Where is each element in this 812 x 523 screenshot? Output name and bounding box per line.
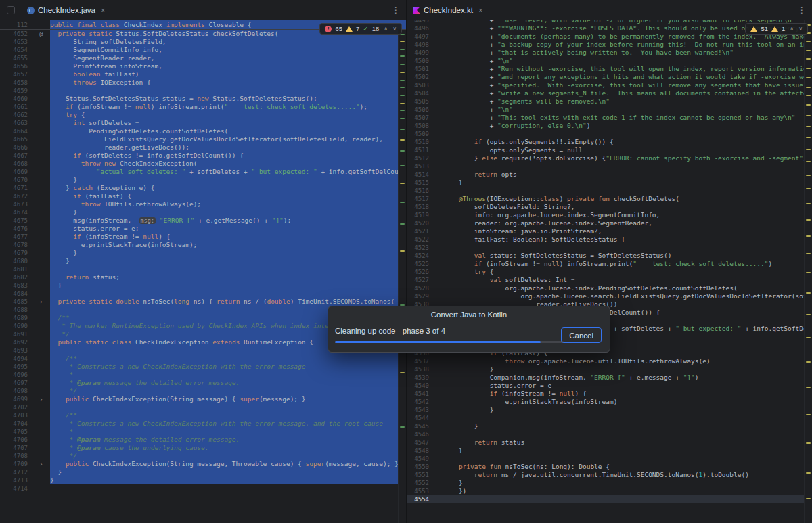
code-line[interactable]: 4674 } xyxy=(0,208,398,217)
stripe-ok-mark[interactable] xyxy=(400,165,405,166)
code-text[interactable]: @Throws(IOException::class) private fun … xyxy=(443,195,804,203)
code-line[interactable]: 4544 xyxy=(407,414,804,422)
code-line[interactable]: 4551 return ns / java.util.concurrent.Ti… xyxy=(407,471,804,479)
stripe-warning-mark[interactable] xyxy=(806,104,811,106)
code-text[interactable]: * Constructs a new CheckIndexException w… xyxy=(50,363,398,371)
code-text[interactable]: val status: SoftDeletesStatus = SoftDele… xyxy=(443,252,804,260)
chevron-up-icon[interactable]: ∧ xyxy=(790,26,794,32)
code-text[interactable]: boolean failFast) xyxy=(50,70,398,78)
code-line[interactable]: 4660 Status.SoftDeletesStatus status = n… xyxy=(0,95,398,103)
code-text[interactable]: PrintStream infoStream, xyxy=(50,62,398,70)
code-line[interactable]: 4511 opts.onlySegments = null xyxy=(407,146,804,154)
code-line[interactable]: 4516 xyxy=(407,187,804,195)
code-text[interactable]: status.error = e xyxy=(443,382,804,390)
code-line[interactable]: 4675 msg(infoStream, msg: "ERROR [" + e.… xyxy=(0,217,398,225)
code-text[interactable]: /** xyxy=(50,355,398,363)
stripe-warning-mark[interactable] xyxy=(806,68,811,69)
code-line[interactable]: 4527 val softDeletes: Int = xyxy=(407,276,804,284)
stripe-warning-mark[interactable] xyxy=(400,250,405,252)
code-line[interactable]: 4508 + "corruption, else 0.\n") xyxy=(407,122,804,130)
code-line[interactable]: 4543 } xyxy=(407,406,804,414)
code-line[interactable]: 4513 xyxy=(407,162,804,170)
code-text[interactable]: try { xyxy=(50,111,398,119)
code-text[interactable] xyxy=(443,430,804,438)
tab-checkindex-java[interactable]: C CheckIndex.java × xyxy=(20,0,112,20)
code-text[interactable]: info: org.apache.lucene.index.SegmentCom… xyxy=(443,211,804,219)
stripe-warning-mark[interactable] xyxy=(806,175,811,176)
code-line[interactable]: 4496 + "**WARNING**: -exorcise *LOSES DA… xyxy=(407,24,804,32)
code-line[interactable]: 4552 } xyxy=(407,479,804,487)
code-line[interactable]: 4705 * xyxy=(0,428,398,436)
fold-arrow-icon[interactable]: › xyxy=(32,395,50,403)
stripe-warning-mark[interactable] xyxy=(400,139,405,141)
code-line[interactable]: 4498 + "a backup copy of your index befo… xyxy=(407,41,804,49)
code-line[interactable]: 4666 reader.getLiveDocs()); xyxy=(0,143,398,152)
code-line[interactable]: 4526 try { xyxy=(407,268,804,276)
stripe-warning-mark[interactable] xyxy=(806,272,811,273)
stripe-warning-mark[interactable] xyxy=(806,361,811,363)
code-text[interactable] xyxy=(443,130,804,138)
code-text[interactable]: + "This tool exits with exit code 1 if t… xyxy=(443,114,804,122)
code-text[interactable]: }) xyxy=(443,487,804,495)
stripe-ok-mark[interactable] xyxy=(400,150,405,152)
code-text[interactable]: FieldExistsQuery.getDocValuesDocIdSetIte… xyxy=(50,135,398,143)
code-line[interactable]: 4507 + "This tool exits with exit code 1… xyxy=(407,114,804,122)
code-line[interactable]: 4538 } xyxy=(407,365,804,373)
code-line[interactable]: 4702 xyxy=(0,403,398,411)
code-text[interactable]: + "\n" xyxy=(443,106,804,114)
code-line[interactable]: 4712 } xyxy=(0,468,398,476)
inspections-widget[interactable]: ! 65 7 ✓ 18 ∧ ∨ xyxy=(319,23,402,35)
code-text[interactable]: } xyxy=(50,257,398,265)
code-line[interactable]: 4509 xyxy=(407,130,804,138)
stripe-warning-mark[interactable] xyxy=(806,219,811,221)
code-text[interactable]: if (infoStream != null) infoStream.print… xyxy=(50,103,398,111)
stripe-warning-mark[interactable] xyxy=(806,149,811,150)
code-text[interactable]: + "write a new segments_N file. This mea… xyxy=(443,89,804,97)
stripe-warning-mark[interactable] xyxy=(806,50,811,51)
code-line[interactable]: 4677 if (infoStream != null) { xyxy=(0,233,398,241)
code-line[interactable]: 4525 if (infoStream != null) infoStream.… xyxy=(407,260,804,268)
more-options-icon[interactable]: ⋮ xyxy=(392,5,400,15)
code-text[interactable]: PendingSoftDeletes.countSoftDeletes( xyxy=(50,127,398,135)
stripe-ok-mark[interactable] xyxy=(400,87,405,88)
code-line[interactable]: 4654 SegmentCommitInfo info, xyxy=(0,46,398,54)
code-text[interactable]: reader: org.apache.lucene.index.SegmentR… xyxy=(443,219,804,227)
code-text[interactable]: * xyxy=(50,428,398,436)
code-text[interactable]: /** xyxy=(50,411,398,419)
code-text[interactable]: SegmentReader reader, xyxy=(50,54,398,62)
code-text[interactable]: reader.getLiveDocs()); xyxy=(50,143,398,152)
code-text[interactable]: org.apache.lucene.index.PendingSoftDelet… xyxy=(443,284,804,292)
stripe-ok-mark[interactable] xyxy=(400,80,405,81)
code-text[interactable]: public CheckIndexException(String messag… xyxy=(50,395,398,403)
stripe-ok-mark[interactable] xyxy=(400,426,405,428)
code-text[interactable]: throw org.apache.lucene.util.IOUtils.ret… xyxy=(443,357,804,365)
code-line[interactable]: 4698 */ xyxy=(0,387,398,395)
code-text[interactable]: e.printStackTrace(infoStream) xyxy=(443,398,804,406)
code-line[interactable]: 4713} xyxy=(0,476,398,484)
stripe-warning-mark[interactable] xyxy=(806,137,811,138)
code-line[interactable]: 4506 + "\n" xyxy=(407,106,804,114)
code-line[interactable]: 4673 throw IOUtils.rethrowAlways(e); xyxy=(0,200,398,208)
code-text[interactable]: throw IOUtils.rethrowAlways(e); xyxy=(50,200,398,208)
code-text[interactable]: SegmentCommitInfo info, xyxy=(50,46,398,54)
code-text[interactable]: if (softDeletes != info.getSoftDelCount(… xyxy=(50,152,398,160)
code-text[interactable]: } xyxy=(50,176,398,184)
code-text[interactable]: } xyxy=(443,479,804,487)
code-line[interactable]: 4547 return status xyxy=(407,438,804,447)
code-line[interactable]: 4549 xyxy=(407,455,804,463)
code-text[interactable]: softDeletesField: String?, xyxy=(443,203,804,211)
code-line[interactable]: 4523 xyxy=(407,244,804,252)
code-line[interactable]: 4540 status.error = e xyxy=(407,382,804,390)
code-text[interactable]: String softDeletesField, xyxy=(50,38,398,46)
stripe-warning-mark[interactable] xyxy=(806,292,811,294)
stripe-warning-mark[interactable] xyxy=(806,235,811,237)
code-text[interactable]: * @param message the detailed error mess… xyxy=(50,379,398,387)
code-text[interactable]: try { xyxy=(443,268,804,276)
code-text[interactable]: Companion.msg(infoStream, "ERROR [" + e.… xyxy=(443,373,804,382)
code-line[interactable]: 4539 Companion.msg(infoStream, "ERROR ["… xyxy=(407,373,804,382)
stripe-warning-mark[interactable] xyxy=(400,372,405,373)
stripe-warning-mark[interactable] xyxy=(806,387,811,388)
stripe-warning-mark[interactable] xyxy=(806,41,811,42)
code-line[interactable]: 4680 } xyxy=(0,257,398,265)
code-line[interactable]: 4671 } catch (Exception e) { xyxy=(0,184,398,192)
